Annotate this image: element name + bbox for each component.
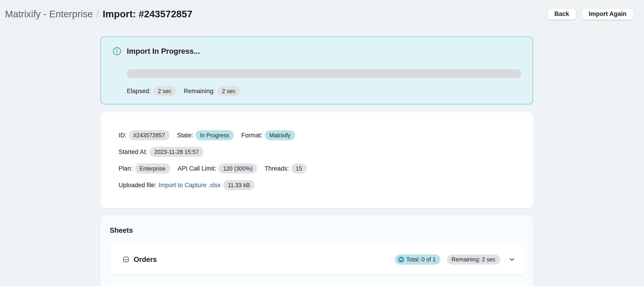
inbox-icon: [122, 256, 130, 263]
progress-bar: [127, 69, 522, 78]
breadcrumb-separator: /: [96, 9, 99, 19]
detail-row-file: Uploaded file: Import to Capture .xlsx 1…: [118, 180, 520, 190]
detail-started-at: Started At: 2023-11-28 15:57: [118, 147, 204, 157]
info-icon: [112, 47, 122, 56]
detail-row-plan: Plan: Enterprise API Call Limit: 120 (30…: [118, 163, 520, 173]
remaining-label: Remaining:: [184, 88, 215, 95]
page-header: Matrixify - Enterprise / Import: #243572…: [0, 0, 644, 29]
breadcrumb-app-link[interactable]: Matrixify - Enterprise: [5, 9, 93, 19]
partial-progress-icon: [398, 257, 404, 263]
plan-label: Plan:: [118, 165, 133, 172]
sheets-section: Sheets Orders Total: 0 of 1 Remaining: 2…: [100, 215, 533, 286]
state-badge: In Progress: [196, 130, 234, 140]
breadcrumb: Matrixify - Enterprise / Import: #243572…: [5, 9, 192, 19]
detail-row-started: Started At: 2023-11-28 15:57: [118, 147, 520, 157]
detail-row-identity: ID: #243572857 State: In Progress Format…: [118, 130, 520, 140]
sheet-row-orders[interactable]: Orders Total: 0 of 1 Remaining: 2 sec: [110, 244, 524, 275]
elapsed-label: Elapsed:: [127, 88, 151, 95]
plan-badge: Enterprise: [135, 163, 170, 173]
import-details-card: ID: #243572857 State: In Progress Format…: [100, 112, 533, 208]
header-actions: Back Import Again: [547, 8, 634, 20]
sheet-name: Orders: [134, 256, 157, 264]
chevron-down-icon[interactable]: [508, 256, 516, 263]
detail-uploaded-file: Uploaded file: Import to Capture .xlsx 1…: [118, 180, 254, 190]
uploaded-file-label: Uploaded file:: [118, 182, 156, 189]
started-at-label: Started At:: [118, 148, 147, 155]
threads-label: Threads:: [264, 165, 289, 172]
detail-id: ID: #243572857: [118, 130, 170, 140]
sheets-title: Sheets: [110, 226, 524, 235]
detail-state: State: In Progress: [177, 130, 234, 140]
sheet-row-next-peek[interactable]: [110, 282, 524, 286]
uploaded-file-link[interactable]: Import to Capture .xlsx: [158, 182, 220, 189]
sheet-total-text: Total: 0 of 1: [406, 256, 436, 263]
sheet-badges: Total: 0 of 1 Remaining: 2 sec: [395, 255, 500, 265]
threads-badge: 15: [291, 163, 307, 173]
remaining-badge: 2 sec: [217, 86, 240, 96]
back-button[interactable]: Back: [547, 8, 576, 20]
import-again-button[interactable]: Import Again: [582, 8, 634, 20]
main-content: Import In Progress... Elapsed: 2 sec Rem…: [100, 36, 533, 286]
file-size-badge: 11.33 kB: [223, 180, 254, 190]
elapsed-badge: 2 sec: [153, 86, 176, 96]
detail-threads: Threads: 15: [264, 163, 306, 173]
format-label: Format:: [241, 132, 262, 139]
api-call-limit-badge: 120 (300%): [218, 163, 257, 173]
detail-plan: Plan: Enterprise: [118, 163, 170, 173]
detail-api-call-limit: API Call Limit: 120 (300%): [178, 163, 257, 173]
banner-title: Import In Progress...: [127, 47, 200, 56]
sheet-total-badge: Total: 0 of 1: [395, 255, 440, 265]
id-badge: #243572857: [129, 130, 170, 140]
format-badge: Matrixify: [265, 130, 295, 140]
banner-meta: Elapsed: 2 sec Remaining: 2 sec: [127, 86, 522, 96]
page-title: Import: #243572857: [102, 9, 192, 19]
banner-header: Import In Progress...: [112, 47, 522, 56]
state-label: State:: [177, 132, 194, 139]
api-call-limit-label: API Call Limit:: [178, 165, 216, 172]
id-label: ID:: [118, 132, 126, 139]
detail-format: Format: Matrixify: [241, 130, 295, 140]
import-progress-banner: Import In Progress... Elapsed: 2 sec Rem…: [100, 36, 533, 105]
sheet-remaining-badge: Remaining: 2 sec: [447, 255, 500, 265]
started-at-badge: 2023-11-28 15:57: [150, 147, 204, 157]
